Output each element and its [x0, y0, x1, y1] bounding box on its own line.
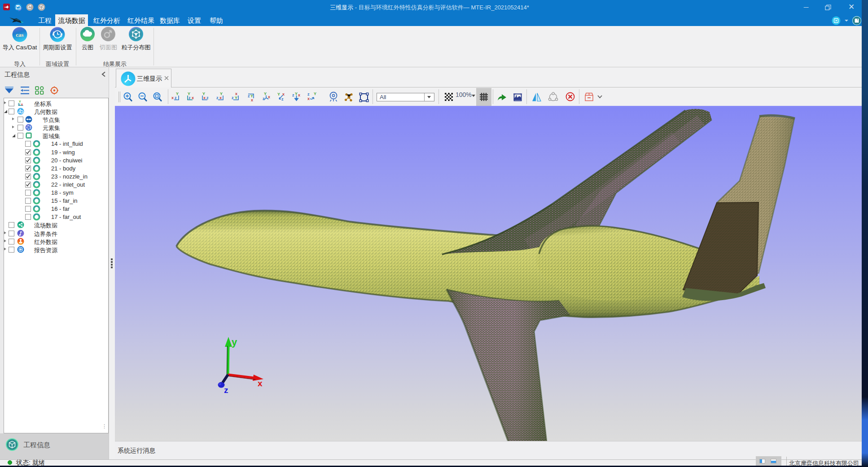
- svg-text:z: z: [189, 96, 191, 100]
- svg-text:z: z: [19, 103, 21, 106]
- svg-text:z: z: [232, 96, 234, 100]
- svg-text:cas: cas: [16, 31, 23, 38]
- svg-text:z: z: [292, 93, 294, 97]
- svg-text:Y: Y: [176, 92, 179, 96]
- svg-text:z: z: [224, 385, 228, 395]
- svg-text:x: x: [298, 93, 300, 97]
- svg-text:x: x: [192, 96, 194, 100]
- svg-text:Y: Y: [220, 92, 223, 96]
- svg-text:x: x: [258, 379, 263, 388]
- svg-text:x: x: [268, 95, 270, 99]
- svg-text:x: x: [251, 98, 253, 102]
- svg-text:Y: Y: [314, 92, 316, 96]
- svg-text:z: z: [216, 96, 219, 100]
- svg-text:x: x: [235, 92, 237, 96]
- svg-text:x: x: [282, 92, 285, 96]
- svg-text:Y: Y: [295, 92, 298, 96]
- svg-text:Y: Y: [277, 92, 280, 96]
- svg-text:z: z: [263, 96, 265, 101]
- svg-text:z: z: [307, 92, 310, 96]
- svg-text:z: z: [248, 94, 250, 98]
- svg-text:x: x: [307, 96, 310, 101]
- svg-text:x: x: [21, 103, 23, 106]
- svg-text:Y: Y: [235, 96, 237, 100]
- svg-text:x: x: [171, 96, 174, 100]
- svg-text:x: x: [219, 96, 222, 100]
- svg-text:z: z: [175, 96, 177, 100]
- svg-text:y: y: [232, 336, 237, 348]
- svg-text:z: z: [281, 97, 284, 101]
- svg-text:x: x: [203, 96, 206, 100]
- svg-text:z: z: [206, 96, 209, 100]
